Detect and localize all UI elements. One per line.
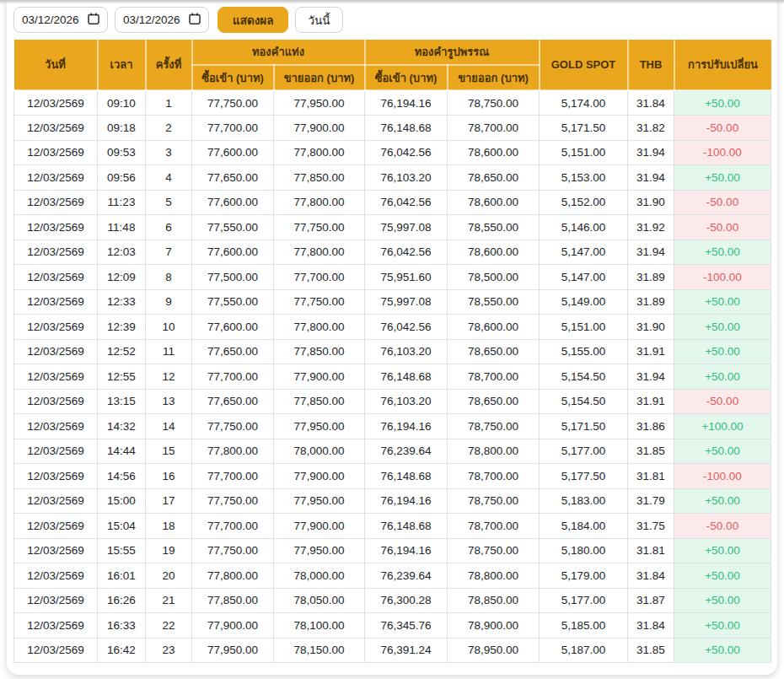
cell-ornament-sell: 78,950.00 [448,638,540,663]
cell-time: 09:18 [98,116,146,141]
cell-bar-buy: 77,800.00 [192,563,274,589]
cell-round: 20 [146,563,192,589]
col-header-change: การปรับเปลี่ยน [674,40,771,90]
cell-time: 12:52 [98,339,146,364]
cell-date: 12/03/2569 [14,563,98,589]
table-row: 12/03/2569 12:03 7 77,600.00 77,800.00 7… [14,240,771,265]
cell-date: 12/03/2569 [14,514,98,539]
cell-thb: 31.75 [628,514,674,539]
cell-round: 17 [146,488,192,514]
table-row: 12/03/2569 16:42 23 77,950.00 78,150.00 … [14,638,771,663]
cell-round: 22 [146,613,192,639]
cell-change: -100.00 [674,265,771,290]
cell-time: 11:48 [98,215,146,240]
cell-round: 8 [146,265,192,290]
cell-gold-spot: 5,177.50 [540,464,628,489]
cell-bar-sell: 78,150.00 [274,638,365,663]
cell-ornament-sell: 78,500.00 [448,265,540,290]
cell-bar-buy: 77,600.00 [192,140,274,165]
cell-ornament-buy: 76,042.56 [365,240,448,265]
today-button[interactable]: วันนี้ [295,7,342,33]
cell-time: 14:44 [98,439,146,464]
cell-bar-buy: 77,500.00 [192,265,274,290]
cell-time: 09:10 [98,90,146,116]
cell-gold-spot: 5,152.00 [540,190,628,215]
cell-change: +50.00 [674,588,771,613]
cell-time: 09:53 [98,140,146,165]
cell-ornament-sell: 78,600.00 [448,140,540,165]
toolbar: 03/12/2026 03/12/2026 แสดงผล วันนี้ [13,7,772,33]
cell-round: 13 [146,389,192,414]
cell-ornament-buy: 76,103.20 [365,389,448,414]
cell-time: 15:04 [98,514,146,539]
cell-bar-sell: 77,700.00 [274,265,365,290]
cell-thb: 31.86 [628,414,674,439]
show-results-button[interactable]: แสดงผล [217,7,288,33]
cell-ornament-sell: 78,600.00 [448,315,540,340]
cell-bar-sell: 77,850.00 [274,339,365,364]
table-row: 12/03/2569 14:32 14 77,750.00 77,950.00 … [14,414,771,439]
cell-bar-buy: 77,750.00 [192,414,274,439]
calendar-icon[interactable] [83,13,99,27]
cell-ornament-buy: 76,239.64 [365,563,448,589]
cell-bar-sell: 78,000.00 [274,439,365,464]
cell-bar-sell: 77,800.00 [274,240,365,265]
cell-change: +50.00 [674,488,771,514]
table-row: 12/03/2569 12:52 11 77,650.00 77,850.00 … [14,339,771,364]
cell-gold-spot: 5,171.50 [540,116,628,141]
table-row: 12/03/2569 14:44 15 77,800.00 78,000.00 … [14,439,771,464]
cell-change: -50.00 [674,389,771,414]
table-row: 12/03/2569 09:56 4 77,650.00 77,850.00 7… [14,165,771,191]
cell-ornament-sell: 78,700.00 [448,364,540,390]
table-row: 12/03/2569 12:33 9 77,550.00 77,750.00 7… [14,289,771,315]
calendar-icon[interactable] [184,13,201,27]
cell-date: 12/03/2569 [14,215,98,240]
cell-round: 7 [146,240,192,265]
cell-ornament-sell: 78,800.00 [448,563,540,589]
cell-gold-spot: 5,151.00 [540,315,628,340]
cell-ornament-sell: 78,550.00 [448,215,540,240]
cell-change: -50.00 [674,116,771,141]
cell-bar-sell: 77,800.00 [274,140,365,165]
cell-ornament-sell: 78,750.00 [448,90,540,116]
cell-ornament-sell: 78,750.00 [448,414,540,439]
cell-gold-spot: 5,180.00 [540,538,628,563]
cell-bar-buy: 77,600.00 [192,190,274,215]
cell-bar-buy: 77,750.00 [192,538,274,563]
cell-bar-sell: 77,900.00 [274,364,365,390]
cell-bar-buy: 77,950.00 [192,638,274,663]
cell-bar-sell: 78,050.00 [274,588,365,613]
cell-thb: 31.87 [628,588,674,613]
table-row: 12/03/2569 12:39 10 77,600.00 77,800.00 … [14,315,771,340]
cell-change: -100.00 [674,140,771,165]
table-row: 12/03/2569 16:01 20 77,800.00 78,000.00 … [14,563,771,589]
cell-change: -50.00 [674,190,771,215]
cell-thb: 31.81 [628,538,674,563]
table-body: 12/03/2569 09:10 1 77,750.00 77,950.00 7… [14,90,771,663]
cell-date: 12/03/2569 [14,140,98,165]
cell-bar-sell: 77,950.00 [274,488,365,514]
cell-time: 14:32 [98,414,146,439]
cell-bar-buy: 77,750.00 [192,488,274,514]
cell-time: 12:55 [98,364,146,390]
cell-gold-spot: 5,187.00 [540,638,628,663]
cell-gold-spot: 5,171.50 [540,414,628,439]
date-from-value: 03/12/2026 [22,13,79,26]
cell-change: +50.00 [674,538,771,563]
cell-ornament-buy: 76,194.16 [365,90,448,116]
date-from-input[interactable]: 03/12/2026 [13,7,108,33]
cell-ornament-sell: 78,650.00 [448,339,540,364]
cell-ornament-sell: 78,650.00 [448,389,540,414]
cell-date: 12/03/2569 [14,90,98,116]
cell-change: +100.00 [674,414,771,439]
col-header-ornament-sell: ขายออก (บาท) [448,65,540,90]
col-group-gold-bar: ทองคำแท่ง [192,40,365,65]
cell-gold-spot: 5,154.50 [540,389,628,414]
cell-ornament-buy: 76,042.56 [365,140,448,165]
cell-round: 3 [146,140,192,165]
cell-ornament-buy: 76,391.24 [365,638,448,663]
cell-ornament-sell: 78,850.00 [448,588,540,613]
cell-ornament-sell: 78,750.00 [448,538,540,563]
cell-bar-buy: 77,800.00 [192,439,274,464]
date-to-input[interactable]: 03/12/2026 [115,7,209,33]
